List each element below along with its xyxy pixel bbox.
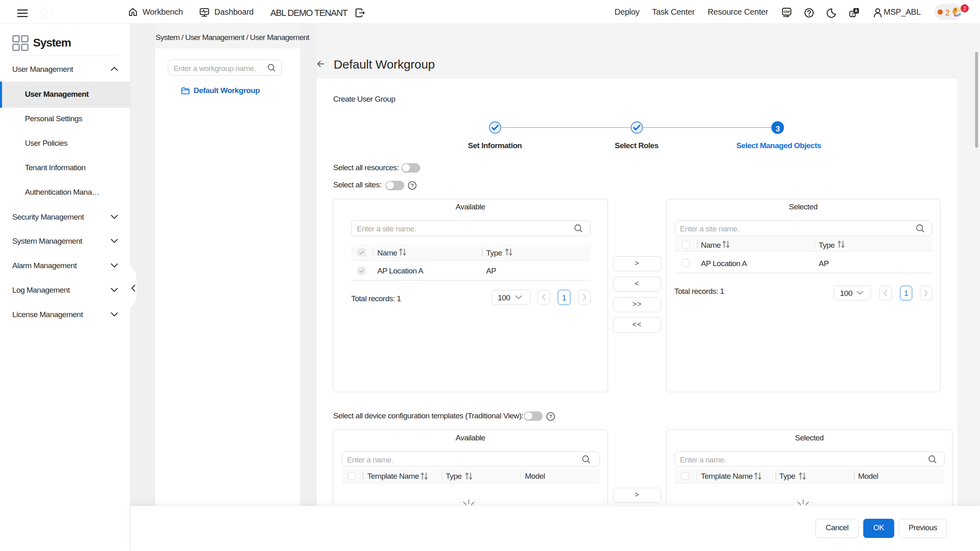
svg-text:A: A	[855, 9, 858, 13]
svg-text:2: 2	[963, 5, 967, 11]
svg-text:8: 8	[45, 11, 49, 15]
svg-text:Old: Old	[784, 10, 790, 14]
